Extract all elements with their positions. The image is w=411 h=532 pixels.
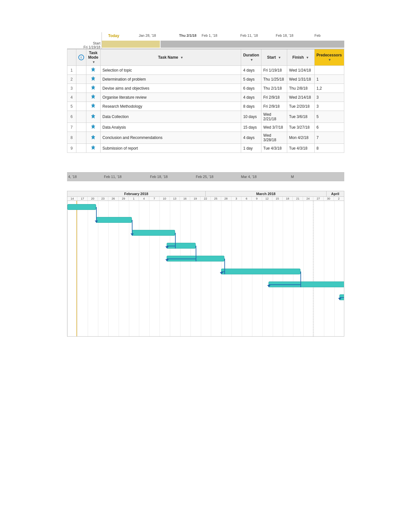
- th-taskmode: Task Mode ▼: [86, 49, 100, 66]
- vgrid-line: [211, 201, 211, 336]
- pin-icon: [91, 76, 96, 81]
- row-taskmode-6: [86, 111, 100, 123]
- taskname-dropdown-arrow[interactable]: ▼: [180, 56, 183, 59]
- connector-arrow: [165, 246, 169, 249]
- row-taskname-3: Devise aims and objectives: [100, 84, 241, 93]
- row-info-7: [76, 123, 86, 132]
- tl-date-feb11: Feb 11, '18: [240, 34, 258, 37]
- row-taskname-6: Data Collection: [100, 111, 241, 123]
- mid-tl-date-3: Feb 18, '18: [150, 175, 168, 179]
- gantt-bar-6: [221, 269, 300, 274]
- row-duration-8: 4 days: [241, 132, 261, 144]
- row-num-4: 4: [67, 93, 76, 102]
- table-row: 9 Submission of report 1 day Tue 4/3/18 …: [67, 144, 344, 153]
- day-cell: 7: [149, 197, 160, 201]
- table-row: 1 Selection of topic 4 days Fri 1/19/18 …: [67, 66, 344, 75]
- mid-tl-date-1: 4, '18: [68, 175, 77, 179]
- tl-date-thu21: Thu 2/1/18: [179, 34, 197, 37]
- gantt-table: i Task Mode ▼ Task Name ▼ Duration ▼ Sta…: [67, 49, 344, 153]
- row-num-7: 7: [67, 123, 76, 132]
- vgrid-line: [88, 201, 88, 336]
- table-row: 5 Research Methodology 8 days Fri 2/9/18…: [67, 102, 344, 111]
- row-duration-5: 8 days: [241, 102, 261, 111]
- row-info-9: [76, 144, 86, 153]
- mid-tl-date-4: Feb 25, '18: [196, 175, 214, 179]
- timeline-header: Start Fri 1/19/18 Today Jan 28, '18 Thu …: [67, 32, 344, 49]
- pin-icon: [91, 114, 96, 119]
- gantt-top-section: Start Fri 1/19/18 Today Jan 28, '18 Thu …: [67, 32, 344, 153]
- row-taskmode-8: [86, 132, 100, 144]
- day-cell: 21: [293, 197, 303, 201]
- row-num-1: 1: [67, 66, 76, 75]
- row-info-8: [76, 132, 86, 144]
- row-finish-7: Tue 3/27/18: [287, 123, 314, 132]
- th-duration: Duration ▼: [241, 49, 261, 66]
- vgrid-line: [334, 201, 335, 336]
- month-feb: February 2018: [67, 191, 206, 196]
- timeline-grey-bar: [161, 41, 344, 48]
- th-finish: Finish ▼: [287, 49, 314, 66]
- gantt-bar-3: [132, 230, 175, 236]
- row-info-1: [76, 66, 86, 75]
- today-vertical-line: [76, 201, 77, 336]
- pin-icon: [91, 103, 96, 108]
- day-cell: 28: [221, 197, 231, 201]
- row-start-5: Fri 2/9/18: [261, 102, 287, 111]
- row-start-8: Wed 3/28/18: [261, 132, 287, 144]
- tl-date-feb18: Feb 18, '18: [276, 34, 294, 37]
- vgrid-line: [201, 201, 201, 336]
- row-taskname-8: Conclusion and Recommendations: [100, 132, 241, 144]
- info-icon: i: [78, 54, 84, 60]
- taskmode-dropdown-arrow[interactable]: ▼: [92, 60, 95, 64]
- row-num-9: 9: [67, 144, 76, 153]
- finish-dropdown-arrow[interactable]: ▼: [306, 56, 309, 59]
- pin-icon: [91, 85, 96, 90]
- vgrid-line: [149, 201, 150, 336]
- row-taskname-7: Data Analysis: [100, 123, 241, 132]
- vgrid-line: [67, 201, 68, 336]
- row-predecessors-4: 3: [314, 93, 344, 102]
- gantt-mid-section: 4, '18 Feb 11, '18 Feb 18, '18 Feb 25, '…: [67, 172, 344, 181]
- predecessors-dropdown-arrow[interactable]: ▼: [328, 58, 331, 62]
- vgrid-line: [180, 201, 181, 336]
- connector-arrow: [338, 298, 341, 300]
- row-taskname-9: Submission of report: [100, 144, 241, 153]
- row-predecessors-7: 6: [314, 123, 344, 132]
- day-cell: 18: [283, 197, 293, 201]
- table-row: 4 Organise literature review 4 days Fri …: [67, 93, 344, 102]
- row-duration-2: 5 days: [241, 75, 261, 84]
- tl-date-jan28: Jan 28, '18: [139, 34, 156, 37]
- day-cell: 2: [334, 197, 344, 201]
- gantt-chart-section: February 2018 March 2018 April 141720232…: [67, 191, 344, 337]
- row-predecessors-3: 1,2: [314, 84, 344, 93]
- row-duration-9: 1 day: [241, 144, 261, 153]
- row-finish-6: Tue 3/6/18: [287, 111, 314, 123]
- row-predecessors-8: 7: [314, 132, 344, 144]
- row-info-4: [76, 93, 86, 102]
- vgrid-line: [314, 201, 314, 336]
- row-finish-4: Wed 2/14/18: [287, 93, 314, 102]
- start-dropdown-arrow[interactable]: ▼: [278, 56, 281, 59]
- row-info-6: [76, 111, 86, 123]
- connector-arrow: [267, 285, 270, 287]
- row-start-4: Fri 2/9/18: [261, 93, 287, 102]
- th-start: Start ▼: [261, 49, 287, 66]
- row-predecessors-6: 5: [314, 111, 344, 123]
- row-finish-2: Wed 1/31/18: [287, 75, 314, 84]
- day-cell: 26: [108, 197, 119, 201]
- vgrid-line: [160, 201, 160, 336]
- day-row: 1417202326291471013161922252836912151821…: [67, 197, 344, 201]
- day-cell: 24: [303, 197, 313, 201]
- row-info-3: [76, 84, 86, 93]
- row-finish-8: Mon 4/2/18: [287, 132, 314, 144]
- day-cell: 1: [129, 197, 139, 201]
- gantt-chart-header: February 2018 March 2018 April: [67, 191, 344, 197]
- row-duration-3: 6 days: [241, 84, 261, 93]
- day-cell: 27: [313, 197, 324, 201]
- duration-dropdown-arrow[interactable]: ▼: [250, 58, 253, 62]
- row-info-5: [76, 102, 86, 111]
- row-num-2: 2: [67, 75, 76, 84]
- table-row: 7 Data Analysis 15 days Wed 3/7/18 Tue 3…: [67, 123, 344, 132]
- day-cell: 14: [67, 197, 78, 201]
- gantt-bar-1: [67, 204, 96, 210]
